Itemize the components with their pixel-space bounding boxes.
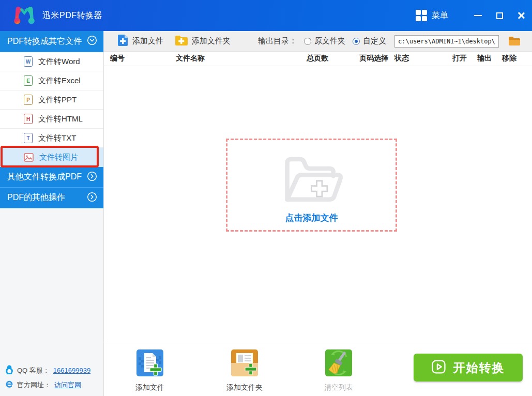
sidebar-item-label: 文件转HTML xyxy=(38,114,83,124)
add-folder-big-icon xyxy=(231,349,258,378)
output-directory-group: 输出目录： 原文件夹 自定义 xyxy=(258,35,521,48)
sidebar-item-label: 文件转TXT xyxy=(38,133,76,143)
bottom-action-bar: 添加文件 添加文件夹 xyxy=(104,343,532,396)
app-window: 迅米PDF转换器 菜单 PDF转换成其它文件 W xyxy=(0,0,532,396)
close-button[interactable] xyxy=(510,0,532,31)
close-icon xyxy=(517,11,525,20)
minimize-button[interactable] xyxy=(467,0,489,31)
start-convert-button[interactable]: 开始转换 xyxy=(414,354,523,382)
image-file-icon xyxy=(24,153,34,162)
sidebar-item-pdf-to-word[interactable]: W 文件转Word xyxy=(0,52,103,71)
official-site-label: 官方网址： xyxy=(17,380,51,390)
sidebar-item-pdf-to-html[interactable]: H 文件转HTML xyxy=(0,110,103,129)
add-folder-label: 添加文件夹 xyxy=(192,36,231,46)
add-folder-big-button[interactable]: 添加文件夹 xyxy=(218,349,271,392)
txt-doc-icon: T xyxy=(24,133,33,143)
file-list-area: 点击添加文件 xyxy=(104,66,532,343)
sidebar-footer: QQ 客服： 1661699939 官方网址： 访问官网 xyxy=(5,365,90,390)
menu-grid-icon xyxy=(416,10,427,21)
qq-icon xyxy=(5,365,13,376)
sidebar-item-label: 文件转图片 xyxy=(39,153,78,162)
column-header-remove: 移除 xyxy=(502,54,516,63)
output-path-input[interactable] xyxy=(394,35,499,48)
column-header-number: 编号 xyxy=(110,54,125,63)
radio-original-folder[interactable]: 原文件夹 xyxy=(304,36,345,46)
sidebar-item-label: 文件转PPT xyxy=(38,95,77,105)
sidebar-item-pdf-to-ppt[interactable]: P 文件转PPT xyxy=(0,90,103,110)
add-file-big-button[interactable]: 添加文件 xyxy=(123,349,177,392)
sidebar-group-pdf-other-ops[interactable]: PDF的其他操作 xyxy=(0,188,103,208)
add-folder-big-label: 添加文件夹 xyxy=(226,383,263,392)
clear-list-big-icon xyxy=(325,349,352,378)
clear-list-button[interactable]: 清空列表 xyxy=(312,349,366,392)
browse-folder-icon xyxy=(508,36,521,47)
sidebar-item-pdf-to-excel[interactable]: E 文件转Excel xyxy=(0,71,103,90)
chevron-right-circle-icon xyxy=(87,192,97,204)
html-doc-icon: H xyxy=(24,114,33,124)
add-folder-button[interactable]: 添加文件夹 xyxy=(175,35,231,48)
toolbar: 添加文件 添加文件夹 输出目录： 原文件夹 自定义 xyxy=(104,31,532,52)
app-title: 迅米PDF转换器 xyxy=(42,10,102,21)
radio-original-icon xyxy=(304,38,311,45)
add-file-button[interactable]: 添加文件 xyxy=(117,34,163,48)
ie-icon xyxy=(5,380,13,390)
column-header-status: 状态 xyxy=(394,54,409,63)
titlebar-controls: 菜单 xyxy=(416,0,532,31)
sidebar-item-label: 文件转Word xyxy=(38,57,80,67)
sidebar-group-label: PDF转换成其它文件 xyxy=(7,36,87,47)
app-logo-icon xyxy=(12,4,37,27)
dropzone-folder-icon xyxy=(272,147,351,211)
official-site-link[interactable]: 访问官网 xyxy=(54,380,81,390)
chevron-right-circle-icon xyxy=(87,171,97,184)
qq-number-link[interactable]: 1661699939 xyxy=(53,367,90,374)
sidebar-group-other-to-pdf[interactable]: 其他文件转换成PDF xyxy=(0,167,103,188)
sidebar-group-pdf-to-other[interactable]: PDF转换成其它文件 xyxy=(0,31,103,52)
add-file-icon xyxy=(117,34,128,48)
add-folder-icon xyxy=(175,35,188,48)
excel-doc-icon: E xyxy=(24,75,33,86)
menu-button[interactable]: 菜单 xyxy=(416,10,448,21)
word-doc-icon: W xyxy=(24,56,33,67)
column-header-total-pages: 总页数 xyxy=(307,54,328,63)
radio-custom-label: 自定义 xyxy=(363,36,386,46)
add-file-label: 添加文件 xyxy=(132,36,163,46)
sidebar-group-label: 其他文件转换成PDF xyxy=(7,172,87,182)
output-dir-label: 输出目录： xyxy=(258,36,297,46)
radio-original-label: 原文件夹 xyxy=(314,36,345,46)
sidebar-item-label: 文件转Excel xyxy=(38,76,81,86)
ppt-doc-icon: P xyxy=(24,95,33,105)
sidebar-group-label: PDF的其他操作 xyxy=(7,192,87,203)
dropzone-add-files[interactable]: 点击添加文件 xyxy=(226,139,397,232)
maximize-button[interactable] xyxy=(489,0,510,31)
column-header-output: 输出 xyxy=(477,54,492,63)
column-header-open: 打开 xyxy=(452,54,467,63)
radio-custom-folder[interactable]: 自定义 xyxy=(353,36,386,46)
qq-service-label: QQ 客服： xyxy=(17,366,50,375)
browse-folder-button[interactable] xyxy=(508,36,521,47)
play-icon xyxy=(432,360,446,375)
dropzone-label: 点击添加文件 xyxy=(285,212,338,224)
sidebar-item-pdf-to-image[interactable]: 文件转图片 xyxy=(0,148,103,167)
clear-list-label: 清空列表 xyxy=(324,383,353,392)
column-header-filename: 文件名称 xyxy=(176,54,205,63)
chevron-down-circle-icon xyxy=(87,35,97,48)
sidebar: PDF转换成其它文件 W 文件转Word E 文件转Excel P 文件转PPT… xyxy=(0,31,104,396)
add-file-big-label: 添加文件 xyxy=(135,383,164,392)
maximize-icon xyxy=(496,12,503,19)
minimize-icon xyxy=(474,15,482,16)
menu-label: 菜单 xyxy=(432,10,448,21)
file-table-header: 编号 文件名称 总页数 页码选择 状态 打开 输出 移除 xyxy=(104,52,532,66)
column-header-page-select: 页码选择 xyxy=(359,54,388,63)
add-file-big-icon xyxy=(136,349,163,378)
titlebar: 迅米PDF转换器 菜单 xyxy=(0,0,532,31)
sidebar-item-pdf-to-txt[interactable]: T 文件转TXT xyxy=(0,129,103,148)
radio-custom-icon xyxy=(353,38,360,45)
start-convert-label: 开始转换 xyxy=(453,360,505,376)
